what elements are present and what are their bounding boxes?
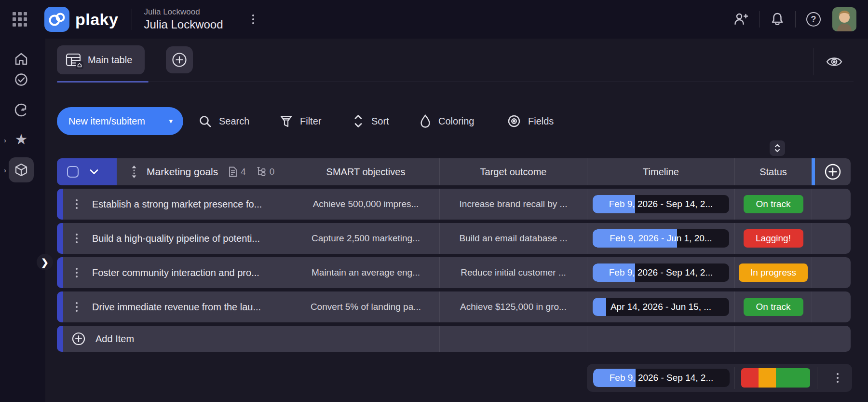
main-content: Main table New item/subitem ▾ Search F <box>45 39 868 402</box>
item-name[interactable]: Establish a strong market presence fo... <box>92 199 262 210</box>
user-avatar[interactable] <box>832 7 856 31</box>
cell-objective[interactable]: Convert 5% of landing pa... <box>292 291 439 322</box>
sort-button[interactable]: Sort <box>353 107 389 135</box>
summary-menu-button[interactable] <box>828 368 847 388</box>
cell-timeline: Apr 14, 2026 - Jun 15, ... <box>587 291 734 322</box>
item-count: 4 <box>229 166 246 177</box>
column-header-outcome[interactable]: Target outcome <box>439 158 587 185</box>
status-badge[interactable]: On track <box>744 298 803 316</box>
summary-timeline-pill[interactable]: Feb 9, 2026 - Sep 14, 2... <box>593 369 730 387</box>
group-header: Marketing goals 4 <box>117 158 292 185</box>
filter-icon <box>280 115 293 128</box>
cell-empty <box>292 326 439 352</box>
item-name[interactable]: Foster community interaction and pro... <box>92 267 259 278</box>
caret-down-icon[interactable]: ▾ <box>169 117 173 125</box>
document-icon <box>229 166 237 177</box>
group-collapse-chevron-icon <box>89 168 99 175</box>
plaky-logo-icon[interactable] <box>44 7 69 32</box>
row-accent <box>57 257 63 288</box>
cell-outcome[interactable]: Increase brand recall by ... <box>439 189 587 220</box>
sidebar-expand-handle[interactable]: ❯ <box>37 254 53 270</box>
tab-main-table[interactable]: Main table <box>57 45 145 74</box>
timeline-text: Apr 14, 2026 - Jun 15, ... <box>593 298 729 316</box>
workspace-name[interactable]: Julia Lockwood <box>144 7 223 17</box>
invite-user-button[interactable] <box>730 8 752 30</box>
cell-outcome[interactable]: Reduce initial customer ... <box>439 257 587 288</box>
row-menu-button[interactable] <box>73 299 81 315</box>
table-row[interactable]: Establish a strong market presence fo...… <box>57 189 851 220</box>
eye-icon[interactable] <box>824 53 845 70</box>
group-title[interactable]: Marketing goals <box>147 166 218 178</box>
timeline-pill[interactable]: Apr 14, 2026 - Jun 15, ... <box>593 298 729 316</box>
filter-button[interactable]: Filter <box>280 107 321 135</box>
timeline-text: Feb 9, 2026 - Sep 14, 2... <box>593 263 729 282</box>
expand-collapse-rows-icon[interactable] <box>130 166 138 178</box>
sort-icon <box>353 114 364 128</box>
column-resize-control[interactable] <box>770 140 785 156</box>
timeline-pill[interactable]: Feb 9, 2026 - Sep 14, 2... <box>593 195 729 213</box>
new-item-label: New item/subitem <box>68 116 145 127</box>
sidebar-item-tasks[interactable] <box>9 67 34 92</box>
cell-outcome[interactable]: Achieve $125,000 in gro... <box>439 291 587 322</box>
board-title[interactable]: Julia Lockwood <box>144 18 223 31</box>
row-menu-button[interactable] <box>73 265 81 280</box>
apps-grid-icon[interactable] <box>13 12 27 27</box>
left-sidebar: › ★ › <box>0 39 45 402</box>
fields-label: Fields <box>528 116 554 127</box>
column-header-timeline[interactable]: Timeline <box>587 158 734 185</box>
group-summary-row: Feb 9, 2026 - Sep 14, 2... <box>587 364 852 392</box>
sidebar-expand-boards-chevron[interactable]: › <box>4 166 6 174</box>
status-badge[interactable]: Lagging! <box>744 229 803 248</box>
coloring-button[interactable]: Coloring <box>420 107 474 135</box>
add-column-button[interactable] <box>815 158 851 185</box>
column-header-objectives[interactable]: SMART objectives <box>292 158 439 185</box>
status-segment-green <box>776 368 811 388</box>
row-accent <box>57 223 63 254</box>
fields-button[interactable]: Fields <box>507 107 554 135</box>
table-row[interactable]: Foster community interaction and pro... … <box>57 257 851 288</box>
row-menu-button[interactable] <box>73 231 81 246</box>
status-segment-orange <box>759 368 776 388</box>
add-item-row[interactable]: Add Item <box>57 326 851 352</box>
help-icon[interactable]: ? <box>802 8 825 30</box>
home-badge-icon <box>76 61 83 69</box>
timeline-pill[interactable]: Feb 9, 2026 - Sep 14, 2... <box>593 263 729 282</box>
column-header-status[interactable]: Status <box>734 158 812 185</box>
cell-empty <box>439 326 587 352</box>
sidebar-item-favorites[interactable]: ★ <box>9 127 34 152</box>
item-name[interactable]: Drive immediate revenue from the lau... <box>92 302 261 313</box>
cell-empty <box>734 326 851 352</box>
cell-objective[interactable]: Achieve 500,000 impres... <box>292 189 439 220</box>
topbar-separator <box>759 11 760 28</box>
select-all-section[interactable] <box>57 158 117 185</box>
search-button[interactable]: Search <box>199 107 249 135</box>
status-badge[interactable]: On track <box>744 195 803 213</box>
cell-status: On track <box>734 291 812 322</box>
tab-main-table-label: Main table <box>88 55 132 66</box>
row-accent <box>57 189 63 220</box>
item-name[interactable]: Build a high-quality pipeline of potenti… <box>92 233 260 244</box>
sidebar-item-activity[interactable] <box>9 97 34 123</box>
cell-objective[interactable]: Maintain an average eng... <box>292 257 439 288</box>
filter-label: Filter <box>300 116 321 127</box>
coloring-icon <box>420 114 431 128</box>
notifications-bell-icon[interactable] <box>766 8 788 30</box>
cell-outcome[interactable]: Build an email database ... <box>439 223 587 254</box>
sidebar-item-boards[interactable] <box>9 157 34 182</box>
status-badge[interactable]: In progress <box>739 263 808 282</box>
status-distribution-bar[interactable] <box>741 368 810 388</box>
table-row[interactable]: Build a high-quality pipeline of potenti… <box>57 223 851 254</box>
row-menu-button[interactable] <box>73 196 81 212</box>
cell-timeline: Feb 9, 2026 - Sep 14, 2... <box>587 257 734 288</box>
board-menu-button[interactable] <box>248 11 258 28</box>
sidebar-expand-favorites-chevron[interactable]: › <box>4 136 6 144</box>
coloring-label: Coloring <box>438 116 474 127</box>
add-view-button[interactable] <box>166 46 193 73</box>
new-item-button[interactable]: New item/subitem ▾ <box>57 107 183 135</box>
select-all-checkbox[interactable] <box>67 166 79 178</box>
timeline-pill[interactable]: Feb 9, 2026 - Jun 1, 20... <box>593 229 729 248</box>
cell-objective[interactable]: Capture 2,500 marketing... <box>292 223 439 254</box>
topbar-divider <box>132 9 132 30</box>
table-row[interactable]: Drive immediate revenue from the lau... … <box>57 291 851 322</box>
cell-empty <box>812 291 851 322</box>
